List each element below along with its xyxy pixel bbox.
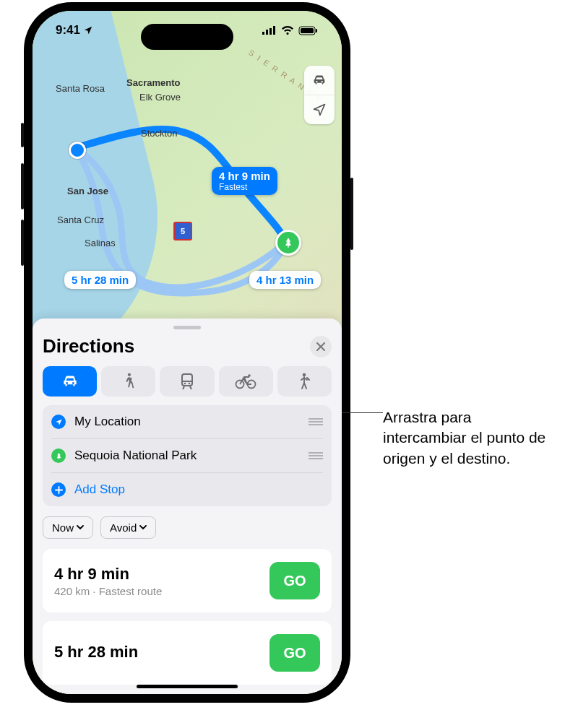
stop-label: Sequoia National Park — [74, 448, 300, 463]
city-label: San Jose — [67, 186, 108, 196]
wifi-icon — [281, 26, 294, 35]
pill-label: Avoid — [110, 521, 137, 534]
callout-subtitle: Fastest — [219, 182, 270, 192]
chevron-down-icon — [139, 525, 147, 530]
route-time: 4 hr 9 min — [54, 565, 162, 584]
reorder-handle-icon[interactable] — [309, 451, 323, 460]
route-stops: My Location Sequoia National Park — [43, 405, 332, 506]
start-pin — [69, 142, 86, 159]
stop-label: My Location — [74, 415, 300, 429]
avoid-button[interactable]: Avoid — [100, 516, 156, 539]
sheet-title: Directions — [43, 335, 134, 358]
screen: 9:41 — [33, 11, 342, 694]
map-controls — [304, 66, 335, 124]
go-button[interactable]: GO — [269, 634, 320, 672]
add-stop-button[interactable]: Add Stop — [51, 472, 323, 506]
svg-rect-3 — [273, 26, 275, 35]
dynamic-island — [141, 24, 233, 50]
svg-rect-0 — [262, 32, 264, 35]
city-label: Santa Rosa — [56, 83, 105, 94]
route-callout-alt[interactable]: 5 hr 28 min — [64, 271, 136, 289]
svg-point-10 — [184, 383, 186, 385]
mode-drive[interactable] — [43, 366, 97, 396]
svg-rect-6 — [316, 29, 317, 32]
svg-rect-5 — [301, 28, 314, 33]
svg-rect-1 — [266, 30, 268, 35]
svg-point-14 — [248, 374, 251, 377]
status-time: 9:41 — [56, 23, 80, 38]
svg-rect-8 — [182, 374, 192, 386]
tree-icon — [51, 448, 66, 463]
destination-pin — [275, 230, 301, 256]
close-button[interactable] — [310, 336, 332, 358]
city-label: Stockton — [141, 128, 178, 139]
svg-point-15 — [303, 373, 306, 377]
go-button[interactable]: GO — [269, 562, 320, 599]
highway-shield: 5 — [173, 222, 192, 240]
plus-icon — [51, 482, 66, 497]
svg-point-7 — [128, 373, 131, 376]
stop-to[interactable]: Sequoia National Park — [51, 438, 323, 472]
mode-walk[interactable] — [101, 366, 155, 396]
home-indicator[interactable] — [137, 685, 238, 688]
locate-me-icon[interactable] — [304, 95, 335, 124]
reorder-handle-icon[interactable] — [309, 417, 323, 426]
battery-icon — [298, 26, 319, 35]
route-option[interactable]: 4 hr 9 min 420 km · Fastest route GO — [43, 549, 332, 612]
callout-time: 4 hr 9 min — [219, 170, 270, 182]
transport-modes — [43, 366, 332, 396]
city-label: Salinas — [85, 238, 116, 248]
driving-mode-icon[interactable] — [304, 66, 335, 95]
location-arrow-icon — [51, 415, 66, 429]
cellular-icon — [262, 26, 277, 35]
location-services-icon — [83, 25, 93, 35]
route-time: 5 hr 28 min — [54, 643, 138, 662]
route-callout-fastest[interactable]: 4 hr 9 min Fastest — [212, 167, 277, 195]
pill-label: Now — [52, 521, 74, 534]
route-list: 4 hr 9 min 420 km · Fastest route GO 5 h… — [43, 549, 332, 685]
chevron-down-icon — [77, 525, 84, 530]
svg-rect-2 — [269, 28, 272, 35]
city-label: Elk Grove — [139, 92, 181, 103]
stop-from[interactable]: My Location — [51, 405, 323, 438]
mode-transit[interactable] — [160, 366, 214, 396]
svg-point-11 — [189, 383, 191, 385]
route-option[interactable]: 5 hr 28 min GO — [43, 621, 332, 685]
route-callout-alt[interactable]: 4 hr 13 min — [249, 271, 321, 289]
city-label: Sacramento — [126, 77, 180, 88]
depart-now-button[interactable]: Now — [43, 516, 93, 539]
add-stop-label: Add Stop — [74, 482, 323, 497]
sheet-grabber[interactable] — [173, 326, 201, 329]
mode-cycle[interactable] — [219, 366, 273, 396]
city-label: Santa Cruz — [57, 214, 104, 225]
annotation-text: Arrastra para intercambiar el punto de o… — [383, 407, 549, 469]
mode-rideshare[interactable] — [277, 366, 332, 396]
directions-sheet: Directions — [33, 318, 342, 694]
iphone-frame: 9:41 — [24, 2, 350, 703]
route-detail: 420 km · Fastest route — [54, 585, 162, 597]
